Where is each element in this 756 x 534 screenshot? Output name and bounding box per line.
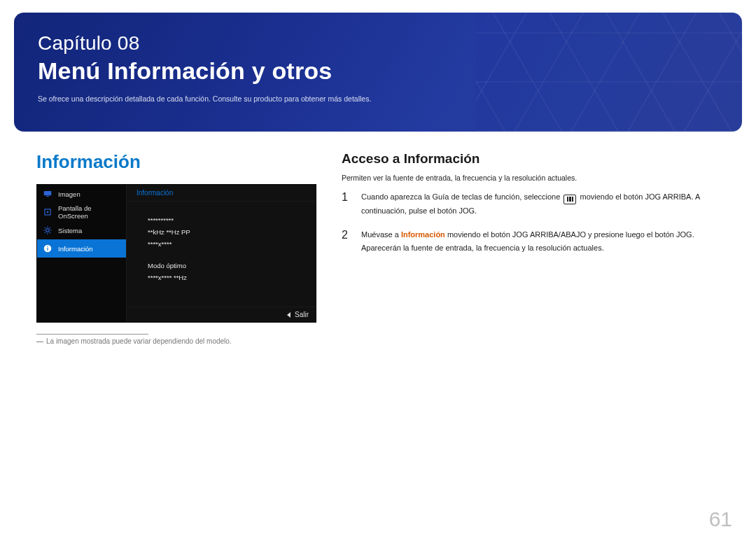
step-text-pre: Muévase a (361, 230, 401, 239)
osd-line: **kHz **Hz PP (148, 226, 302, 238)
svg-rect-6 (47, 248, 48, 251)
chapter-title: Menú Información y otros (38, 57, 718, 85)
chapter-subtitle: Se ofrece una descripción detallada de c… (38, 94, 718, 103)
osd-body-content: ********** **kHz **Hz PP ****x**** Modo … (127, 202, 316, 307)
step-highlight: Información (401, 230, 445, 239)
osd-exit-label: Salir (295, 311, 309, 318)
osd-nav-label: Información (58, 245, 93, 253)
step-text-pre: Cuando aparezca la Guía de teclas de fun… (361, 192, 562, 201)
gear-icon (43, 225, 52, 235)
osd-screenshot: Imagen Pantalla de OnScreen Sistema (36, 184, 316, 323)
chapter-label: Capítulo 08 (38, 32, 718, 55)
step-number: 2 (342, 228, 351, 254)
osd-line: ********** (148, 214, 302, 226)
svg-rect-0 (44, 191, 52, 195)
step-number: 1 (342, 190, 351, 217)
footnote-text: La imagen mostrada puede variar dependie… (46, 337, 232, 345)
monitor-icon (43, 189, 52, 199)
right-column: Acceso a Información Permiten ver la fue… (342, 151, 728, 266)
osd-line: Modo óptimo (148, 260, 302, 272)
svg-point-4 (46, 229, 50, 232)
steps-list: 1 Cuando aparezca la Guía de teclas de f… (342, 190, 728, 255)
target-icon (43, 207, 52, 217)
footnote-rule (36, 334, 148, 335)
osd-line: ****x**** **Hz (148, 272, 302, 283)
osd-body-title: Información (127, 185, 316, 202)
left-column: Información Imagen Pantalla de OnScreen (36, 151, 316, 345)
menu-bars-icon (564, 195, 576, 204)
osd-nav-sistema: Sistema (37, 221, 126, 239)
osd-nav-label: Pantalla de OnScreen (58, 204, 120, 220)
osd-nav-informacion: Información (37, 239, 126, 258)
svg-rect-7 (47, 246, 48, 247)
step-text: Cuando aparezca la Guía de teclas de fun… (361, 190, 728, 217)
osd-line: ****x**** (148, 238, 302, 250)
step-1: 1 Cuando aparezca la Guía de teclas de f… (342, 190, 728, 217)
page-number: 61 (709, 507, 732, 531)
triangle-left-icon (287, 312, 290, 318)
footnote: ―La imagen mostrada puede variar dependi… (36, 337, 316, 345)
step-2: 2 Muévase a Información moviendo el botó… (342, 228, 728, 254)
step-text: Muévase a Información moviendo el botón … (361, 228, 728, 254)
svg-rect-1 (46, 196, 49, 197)
intro-text: Permiten ver la fuente de entrada, la fr… (342, 174, 728, 182)
svg-rect-3 (47, 211, 48, 213)
osd-nav-onscreen: Pantalla de OnScreen (37, 203, 126, 221)
chapter-hero: Capítulo 08 Menú Información y otros Se … (14, 13, 742, 132)
osd-nav-imagen: Imagen (37, 185, 126, 203)
osd-nav-label: Sistema (58, 227, 82, 234)
info-icon (43, 244, 52, 253)
section-title-informacion: Información (36, 151, 316, 173)
osd-nav-label: Imagen (58, 190, 80, 198)
osd-footer: Salir (127, 307, 316, 322)
osd-body: Información ********** **kHz **Hz PP ***… (127, 185, 316, 322)
osd-nav: Imagen Pantalla de OnScreen Sistema (37, 185, 127, 322)
footnote-dash: ― (36, 337, 43, 345)
section-title-acceso: Acceso a Información (342, 151, 728, 167)
